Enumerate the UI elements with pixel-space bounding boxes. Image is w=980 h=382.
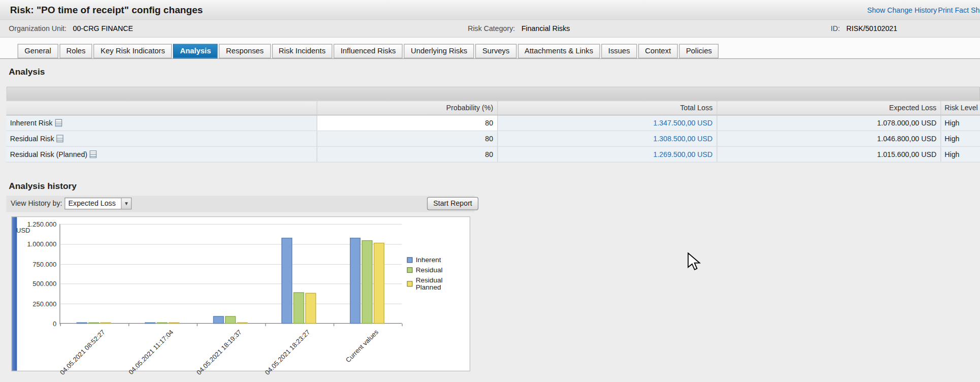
x-axis-category-label: 04.05.2021 08:52:27: [58, 328, 106, 376]
risk-level-value: High: [940, 131, 980, 146]
risk-id-value: RISK/50102021: [846, 24, 897, 32]
legend-swatch-icon: [407, 281, 412, 286]
tab-underlying-risks[interactable]: Underlying Risks: [404, 44, 474, 58]
organization-unit-label: Organization Unit:: [9, 24, 67, 32]
col-header-risk-level: Risk Level: [940, 101, 980, 115]
risk-category-field: Risk Category: Financial Risks: [468, 20, 570, 37]
bar-residual: [362, 240, 372, 324]
x-axis-tick: [265, 324, 266, 326]
organization-unit-value: 00-CRG FINANCE: [73, 24, 133, 32]
bar-residual: [293, 292, 304, 324]
legend-item: Residual: [407, 266, 469, 274]
legend-label: Residual: [416, 266, 443, 274]
tab-key-risk-indicators[interactable]: Key Risk Indicators: [93, 44, 172, 58]
tab-risk-incidents[interactable]: Risk Incidents: [272, 44, 332, 58]
analysis-table-toolbar: [6, 86, 980, 100]
chevron-down-icon: ▼: [121, 198, 131, 209]
legend-item: Inherent: [407, 256, 469, 264]
bar-residual: [157, 323, 168, 324]
chart-plot-area: [60, 224, 402, 324]
bar-inherent: [77, 323, 87, 324]
probability-value: 80: [317, 131, 498, 146]
bar-inherent: [350, 238, 361, 324]
analysis-section-heading: Analysis: [9, 67, 45, 77]
y-axis-tick-label: 1.000.000: [21, 240, 56, 248]
tab-bar: General Roles Key Risk Indicators Analys…: [0, 38, 980, 59]
tab-policies[interactable]: Policies: [679, 44, 718, 58]
x-axis-tick: [197, 324, 198, 326]
col-header-expected-loss: Expected Loss: [716, 101, 940, 115]
bar-inherent: [213, 316, 224, 324]
analysis-history-chart: USD InherentResidualResidual Planned 025…: [11, 216, 470, 371]
organization-unit-field: Organization Unit: 00-CRG FINANCE: [9, 20, 133, 37]
note-icon[interactable]: [55, 119, 62, 127]
total-loss-link[interactable]: 1.347.500,00 USD: [654, 119, 713, 127]
x-axis-tick: [60, 324, 61, 326]
bar-residual-planned: [237, 323, 248, 324]
window-header: Risk: "PO time of receipt" config change…: [0, 0, 980, 20]
probability-input[interactable]: 80: [317, 115, 498, 131]
view-history-by-select[interactable]: Expected Loss ▼: [64, 198, 132, 209]
bar-residual-planned: [169, 323, 179, 324]
x-axis-category-label: 04.05.2021 18:19:37: [194, 328, 243, 376]
start-report-button[interactable]: Start Report: [427, 197, 478, 210]
col-header-probability: Probability (%): [317, 101, 498, 115]
analysis-table-header-row: Probability (%) Total Loss Expected Loss…: [6, 101, 980, 115]
bar-inherent: [145, 323, 155, 324]
legend-item: Residual Planned: [407, 276, 469, 291]
col-header-total-loss: Total Loss: [497, 101, 716, 115]
tab-general[interactable]: General: [18, 44, 58, 58]
gridline: [60, 224, 402, 225]
analysis-history-heading: Analysis history: [9, 181, 77, 191]
y-axis-tick-label: 750.000: [21, 260, 56, 268]
tab-context[interactable]: Context: [638, 44, 678, 58]
page-title: Risk: "PO time of receipt" config change…: [10, 5, 203, 16]
legend-swatch-icon: [407, 267, 412, 272]
x-axis-tick: [402, 324, 403, 326]
info-bar: Organization Unit: 00-CRG FINANCE Risk C…: [0, 20, 980, 38]
legend-swatch-icon: [407, 257, 412, 263]
expected-loss-value: 1.015.600,00 USD: [716, 146, 940, 162]
tab-surveys[interactable]: Surveys: [475, 44, 516, 58]
probability-value: 80: [317, 146, 498, 162]
x-axis-tick: [128, 324, 129, 326]
note-icon[interactable]: [90, 150, 97, 158]
row-label: Inherent Risk: [10, 119, 53, 127]
table-row-residual-risk-planned: Residual Risk (Planned) 80 1.269.500,00 …: [6, 146, 980, 162]
print-fact-sheet-link[interactable]: Print Fact Sheet: [938, 6, 980, 14]
bar-residual: [88, 323, 99, 324]
bar-residual: [225, 316, 236, 324]
y-axis-tick-label: 500.000: [21, 280, 56, 288]
x-axis-category-label: Current values: [344, 328, 379, 364]
tab-roles[interactable]: Roles: [59, 44, 92, 58]
analysis-table: Probability (%) Total Loss Expected Loss…: [6, 101, 980, 163]
show-change-history-link[interactable]: Show Change History: [867, 6, 937, 14]
view-history-by-value: Expected Loss: [69, 200, 116, 207]
col-header-row-label: [6, 101, 316, 115]
x-axis-category-label: 04.05.2021 11:17:04: [126, 328, 174, 376]
tab-attachments-links[interactable]: Attachments & Links: [518, 44, 600, 58]
note-icon[interactable]: [57, 135, 64, 142]
x-axis-tick: [334, 324, 334, 326]
x-axis-category-label: 04.05.2021 18:23:27: [263, 328, 311, 376]
total-loss-link[interactable]: 1.308.500,00 USD: [654, 135, 713, 142]
mouse-cursor: [687, 252, 703, 271]
tab-analysis[interactable]: Analysis: [173, 44, 218, 58]
tab-influenced-risks[interactable]: Influenced Risks: [334, 44, 403, 58]
y-axis-tick-label: 0: [21, 320, 56, 328]
tab-issues[interactable]: Issues: [601, 44, 637, 58]
total-loss-link[interactable]: 1.269.500,00 USD: [654, 150, 713, 158]
bar-residual-planned: [305, 293, 316, 324]
row-label: Residual Risk (Planned): [10, 150, 87, 158]
risk-level-value: High: [940, 115, 980, 131]
chart-legend: InherentResidualResidual Planned: [407, 256, 469, 294]
risk-category-label: Risk Category:: [468, 24, 515, 32]
risk-id-field: ID: RISK/50102021: [831, 20, 897, 37]
row-label: Residual Risk: [10, 135, 54, 142]
risk-level-value: High: [940, 146, 980, 162]
legend-label: Inherent: [416, 256, 441, 264]
tab-responses[interactable]: Responses: [219, 44, 271, 58]
expected-loss-value: 1.078.000,00 USD: [716, 115, 940, 131]
chart-left-wall: [12, 217, 17, 371]
screen: Risk: "PO time of receipt" config change…: [0, 0, 980, 382]
